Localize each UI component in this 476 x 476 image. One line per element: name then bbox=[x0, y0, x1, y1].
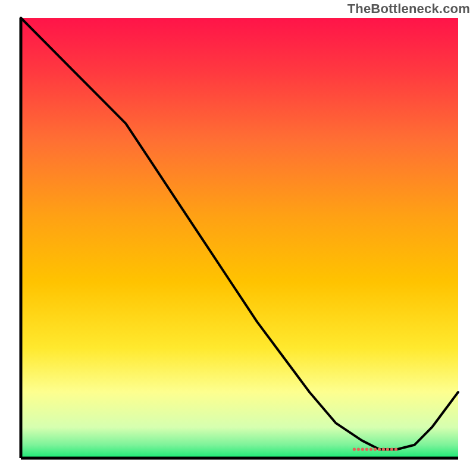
bottleneck-chart bbox=[0, 0, 476, 476]
svg-point-2 bbox=[361, 448, 364, 451]
svg-point-0 bbox=[353, 448, 356, 451]
svg-point-7 bbox=[382, 448, 385, 451]
svg-point-9 bbox=[390, 448, 393, 451]
svg-point-10 bbox=[394, 448, 397, 451]
svg-point-4 bbox=[369, 448, 372, 451]
svg-point-8 bbox=[386, 448, 389, 451]
minimum-marker bbox=[353, 448, 397, 451]
svg-point-6 bbox=[378, 448, 381, 451]
watermark-text: TheBottleneck.com bbox=[347, 1, 470, 17]
chart-container: TheBottleneck.com bbox=[0, 0, 476, 476]
svg-point-1 bbox=[357, 448, 360, 451]
svg-point-3 bbox=[365, 448, 368, 451]
svg-point-5 bbox=[374, 448, 377, 451]
